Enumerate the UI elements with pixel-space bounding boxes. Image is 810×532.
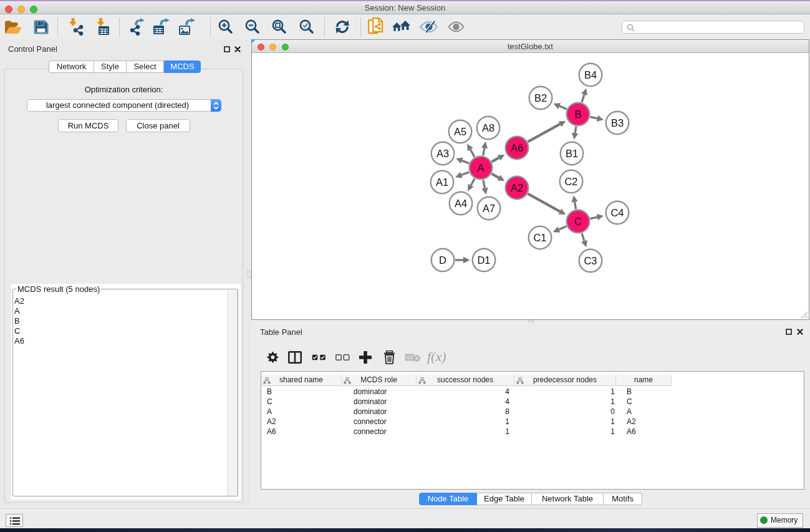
- svg-text:A8: A8: [482, 122, 494, 133]
- svg-text:B2: B2: [534, 92, 547, 104]
- svg-text:A1: A1: [436, 177, 448, 188]
- svg-text:A4: A4: [455, 198, 467, 209]
- svg-text:B4: B4: [584, 69, 597, 80]
- svg-text:A: A: [477, 162, 484, 173]
- svg-text:C: C: [574, 216, 582, 227]
- svg-text:C4: C4: [610, 207, 624, 218]
- svg-text:B: B: [574, 109, 581, 120]
- svg-text:A6: A6: [511, 142, 523, 153]
- svg-text:A7: A7: [483, 203, 495, 214]
- svg-text:D1: D1: [477, 254, 490, 266]
- svg-text:B3: B3: [611, 117, 624, 128]
- svg-text:C2: C2: [564, 176, 577, 187]
- svg-text:B1: B1: [566, 148, 578, 159]
- svg-text:C3: C3: [584, 255, 597, 266]
- svg-text:A5: A5: [454, 126, 466, 137]
- svg-text:C1: C1: [533, 232, 546, 243]
- svg-text:D: D: [439, 254, 446, 266]
- svg-text:A3: A3: [436, 148, 449, 159]
- svg-text:A2: A2: [511, 182, 523, 193]
